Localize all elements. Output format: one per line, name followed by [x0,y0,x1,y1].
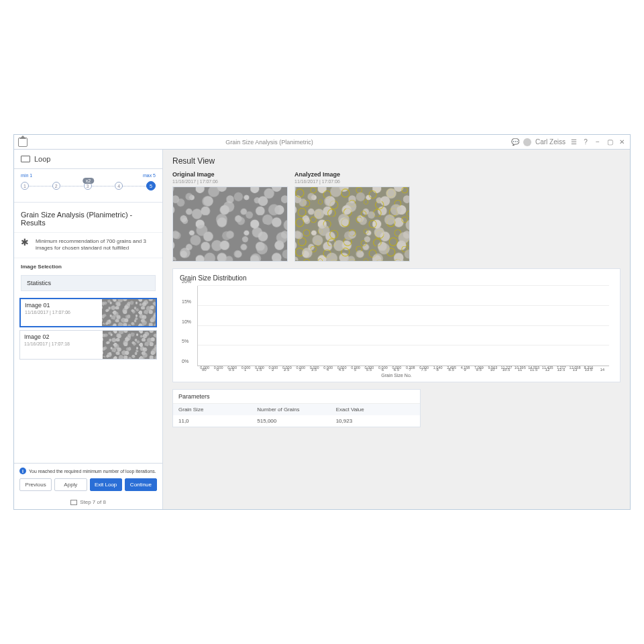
chart-panel: Grain Size Distribution 0%5%10%15%20%0,0… [172,268,621,382]
maximize-icon[interactable]: ▢ [606,138,614,146]
original-image-title: Original Image [172,171,288,178]
info-text: You reached the required minimum number … [29,469,156,474]
user-name: Carl Zeiss [535,138,566,146]
progress-step-2[interactable]: 2 [52,182,60,190]
loop-header: Loop [14,150,162,169]
main-content: Result View Original Image 11/16/2017 | … [163,150,630,509]
step-icon [70,500,77,505]
chart-x-tick: 14 [596,368,609,372]
panel-title: Grain Size Analysis (Planimetric) - Resu… [14,203,162,233]
analyzed-image-ts: 11/16/2017 | 17:07:06 [294,179,410,184]
analyzed-image-card: Analyzed Image 11/16/2017 | 17:07:06 [294,171,410,262]
image-item-1[interactable]: Image 01 11/16/2017 | 17:07:06 [19,298,157,327]
chat-icon[interactable]: 💬 [511,138,519,146]
param-value-exact-value: 10,923 [336,418,415,424]
param-header-grain-size: Grain Size [178,407,257,413]
loop-progress: min 1 max 5 x2 1 2 3 4 5 [14,169,162,203]
image-item-2[interactable]: Image 02 11/16/2017 | 17:07:18 [19,330,157,360]
info-row: i You reached the required minimum numbe… [19,468,157,474]
statistics-tab[interactable]: Statistics [21,275,156,291]
previous-button[interactable]: Previous [19,478,52,491]
image-selection-label: Image Selection [14,258,162,272]
image-list: Image 01 11/16/2017 | 17:07:06 Image 02 … [14,295,162,463]
recommendation-row: Minimum recommendation of 700 grains and… [14,233,162,258]
progress-max: max 5 [143,173,156,178]
close-icon[interactable]: ✕ [618,138,626,146]
app-window: Grain Size Analysis (Planimetric) 💬 Carl… [13,134,631,510]
progress-step-4[interactable]: 4 [115,182,123,190]
original-image[interactable] [172,186,288,262]
step-text: Step 7 of 8 [80,499,106,505]
param-header-num-grains: Number of Grains [257,407,335,413]
home-icon[interactable] [18,138,28,147]
progress-min: min 1 [21,173,32,178]
loop-label: Loop [34,155,50,163]
progress-step-5[interactable]: 5 [146,181,156,191]
param-header-exact-value: Exact Value [336,407,415,413]
original-image-ts: 11/16/2017 | 17:07:06 [172,179,288,184]
menu-icon[interactable]: ☰ [570,138,578,146]
original-image-card: Original Image 11/16/2017 | 17:07:06 [172,171,288,262]
image-thumbnail [103,331,156,359]
progress-badge: x2 [83,178,94,184]
apply-button[interactable]: Apply [54,478,87,491]
analyzed-image[interactable] [294,186,410,262]
window-title: Grain Size Analysis (Planimetric) [28,139,511,146]
sidebar-footer: i You reached the required minimum numbe… [14,463,162,495]
help-icon[interactable]: ? [582,138,590,146]
progress-step-1[interactable]: 1 [21,182,29,190]
recommendation-icon [21,238,32,249]
continue-button[interactable]: Continue [125,478,157,491]
image-timestamp: 11/16/2017 | 17:07:18 [24,341,99,346]
param-value-grain-size: 11,0 [178,418,257,424]
parameters-panel: Parameters Grain Size Number of Grains E… [172,389,421,427]
param-value-num-grains: 515,000 [257,418,335,424]
recommendation-text: Minimum recommendation of 700 grains and… [36,238,156,252]
parameters-value-row: 11,0 515,000 10,923 [173,415,420,427]
sidebar: Loop min 1 max 5 x2 1 2 3 4 5 Grain Size… [14,150,163,509]
chart-area: 0%5%10%15%20%0,0000,0000,0000,0000,0000,… [197,286,609,366]
image-timestamp: 11/16/2017 | 17:07:06 [25,310,98,315]
analyzed-image-title: Analyzed Image [294,171,410,178]
chart-title: Grain Size Distribution [180,274,613,282]
parameters-header-row: Grain Size Number of Grains Exact Value [173,404,420,415]
parameters-title: Parameters [173,390,420,404]
image-name: Image 01 [25,302,98,309]
user-avatar-icon[interactable] [523,138,531,146]
chart-x-axis-title: Grain Size No. [180,373,613,378]
image-name: Image 02 [24,333,99,340]
minimize-icon[interactable]: − [594,138,602,146]
loop-icon [21,156,30,162]
titlebar: Grain Size Analysis (Planimetric) 💬 Carl… [14,135,630,150]
exit-loop-button[interactable]: Exit Loop [90,478,122,491]
step-indicator: Step 7 of 8 [14,495,162,509]
result-view-title: Result View [172,156,621,166]
image-thumbnail [102,299,156,326]
info-icon: i [19,468,26,474]
